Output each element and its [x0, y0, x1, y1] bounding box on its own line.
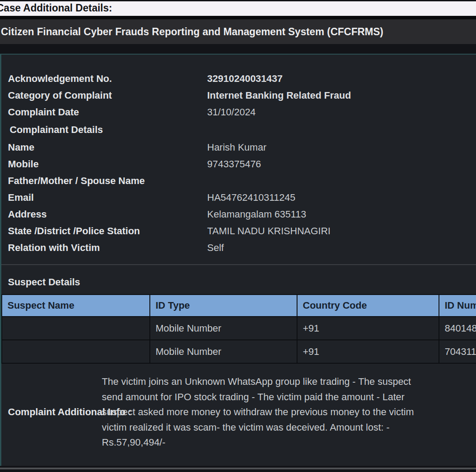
complainant-field-value: Kelamangalam 635113 — [207, 206, 476, 223]
complainant-field-value: Self — [207, 240, 476, 256]
complainant-field-label: Email — [1, 189, 207, 206]
case-field-value: 31/10/2024 — [207, 104, 476, 121]
complaint-text-line: Rs.57,90,494/- — [102, 435, 476, 450]
suspect-table-cell — [2, 317, 150, 340]
case-field-value: Internet Banking Related Fraud — [207, 87, 476, 104]
suspect-table-cell: 840148574 — [439, 317, 476, 340]
suspect-table-cell: 704311360 — [439, 340, 476, 363]
suspect-table: Suspect NameID TypeCountry CodeID Number… — [1, 294, 476, 364]
suspect-table-column-header: Country Code — [297, 295, 439, 317]
complaint-text-line: victim realized it was scam- the victim … — [102, 420, 476, 435]
complainant-field-value: 9743375476 — [207, 156, 476, 173]
complaint-text-line: suspect asked more money to withdraw the… — [102, 405, 476, 420]
complainant-field-value — [207, 173, 476, 189]
suspect-table-head: Suspect NameID TypeCountry CodeID Number — [2, 295, 476, 317]
system-banner-title: Citizen Financial Cyber Frauds Reporting… — [0, 26, 383, 38]
suspect-table-cell: Mobile Number — [150, 317, 297, 340]
system-banner: Citizen Financial Cyber Frauds Reporting… — [0, 19, 476, 44]
suspect-table-row: Mobile Number+91704311360 — [2, 340, 476, 363]
case-details-panel: Acknowledgement No.32910240031437Categor… — [0, 54, 476, 466]
section-divider — [1, 264, 476, 265]
suspect-table-cell: +91 — [297, 340, 439, 363]
suspect-details-heading: Suspect Details — [8, 277, 476, 288]
suspect-table-cell: Mobile Number — [150, 340, 297, 363]
suspect-table-column-header: ID Number — [439, 295, 476, 317]
page-title: Case Additional Details: — [0, 2, 476, 14]
complaint-additional-info-label: Complaint Additional Info : — [1, 405, 102, 420]
suspect-table-cell — [2, 340, 150, 363]
suspect-table-cell: +91 — [297, 317, 439, 340]
complainant-details-heading: Complainant Details — [1, 121, 476, 139]
header-separator — [0, 16, 476, 19]
complainant-details-grid: NameHarish KumarMobile9743375476Father/M… — [1, 139, 476, 256]
complaint-text-line: send amount for IPO stock trading - The … — [102, 390, 476, 405]
complainant-field-label: Name — [1, 139, 207, 156]
suspect-table-body: Mobile Number+91840148574Mobile Number+9… — [2, 317, 476, 363]
complaint-additional-info-text: The victim joins an Unknown WhatsApp gro… — [102, 374, 476, 450]
case-field-label: Acknowledgement No. — [1, 70, 207, 87]
case-field-label: Category of Complaint — [1, 87, 207, 104]
page-header-strip: Case Additional Details: — [0, 1, 476, 16]
complainant-field-value: HA54762410311245 — [207, 189, 476, 206]
complainant-field-label: Mobile — [1, 156, 207, 173]
complainant-field-value: Harish Kumar — [207, 139, 476, 156]
case-field-value: 32910240031437 — [207, 70, 476, 87]
case-field-label: Complaint Date — [1, 104, 207, 121]
horizontal-scrollbar-thumb[interactable] — [0, 468, 476, 469]
complainant-field-label: Relation with Victim — [1, 240, 207, 256]
suspect-table-row: Mobile Number+91840148574 — [2, 317, 476, 340]
suspect-table-header-row: Suspect NameID TypeCountry CodeID Number — [2, 295, 476, 317]
complaint-additional-info: Complaint Additional Info : The victim j… — [1, 374, 476, 450]
case-summary-grid: Acknowledgement No.32910240031437Categor… — [1, 70, 476, 121]
complainant-field-value: TAMIL NADU KRISHNAGIRI — [207, 223, 476, 240]
complaint-text-line: The victim joins an Unknown WhatsApp gro… — [102, 374, 476, 390]
suspect-table-column-header: ID Type — [150, 295, 297, 317]
complainant-field-label: Father/Mother / Spouse Name — [1, 173, 207, 189]
complainant-field-label: Address — [1, 206, 207, 223]
suspect-table-column-header: Suspect Name — [2, 295, 150, 317]
complainant-field-label: State /District /Police Station — [1, 223, 207, 240]
